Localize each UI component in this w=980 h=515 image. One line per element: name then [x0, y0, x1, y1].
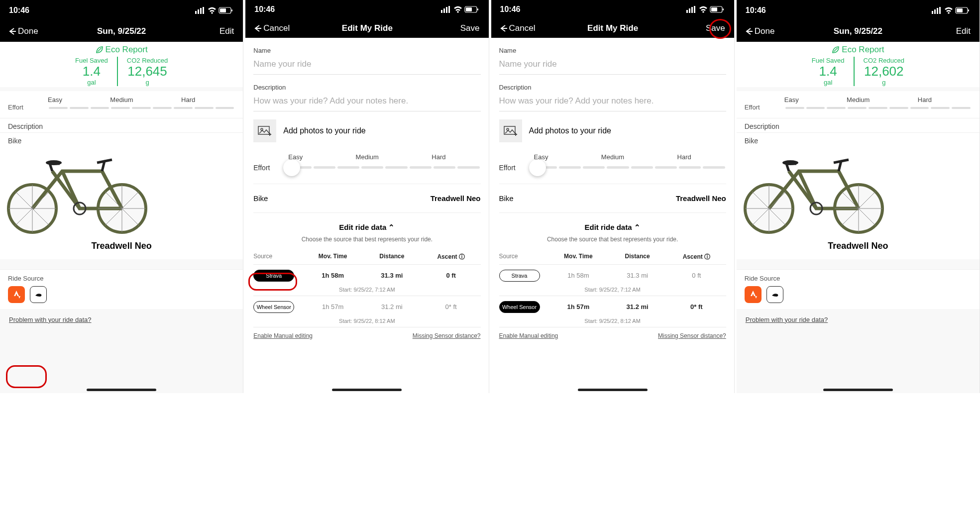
add-photos-button[interactable]: Add photos to your ride: [253, 119, 480, 142]
ride-source-table: Source Mov. Time Distance Ascent ⓘ Strav…: [253, 250, 480, 347]
status-bar: 10:46: [737, 0, 980, 21]
edit-button[interactable]: Edit: [199, 26, 234, 36]
add-photo-icon: [257, 124, 272, 137]
bike-label: Bike: [0, 132, 243, 147]
description-label: Description: [0, 118, 243, 132]
description-field-label: Description: [253, 84, 480, 91]
info-icon[interactable]: ⓘ: [704, 253, 710, 260]
status-icons: [195, 7, 234, 14]
effort-slider-thumb[interactable]: [529, 159, 546, 176]
cancel-button[interactable]: Cancel: [500, 23, 536, 33]
eco-report-card: Eco Report Fuel Saved 1.4 gal CO2 Reduce…: [0, 42, 243, 87]
status-bar: 10:46: [491, 0, 734, 19]
bike-image-card[interactable]: Treadwell Neo: [0, 147, 243, 259]
fuel-saved-unit: gal: [75, 79, 108, 86]
status-icons: [441, 6, 480, 13]
effort-section: Easy Medium Hard Effort: [737, 91, 980, 118]
status-time: 10:46: [9, 6, 29, 15]
bike-image-card[interactable]: Treadwell Neo: [737, 147, 980, 259]
page-title: Sun, 9/25/22: [834, 26, 882, 36]
bike-selector[interactable]: Bike Treadwell Neo: [253, 184, 480, 213]
home-indicator: [87, 389, 156, 391]
fuel-saved-value: 1.4: [75, 64, 108, 79]
save-button[interactable]: Save: [445, 23, 480, 33]
home-indicator: [823, 389, 893, 391]
screen-edit-wheel-selected: 10:46 Cancel Edit My Ride Save Name Name…: [491, 0, 735, 393]
wheel-sensor-pill[interactable]: Wheel Sensor: [499, 301, 540, 313]
description-field[interactable]: How was your ride? Add your notes here.: [499, 91, 726, 111]
strava-pill[interactable]: Strava: [253, 270, 294, 282]
info-icon[interactable]: ⓘ: [459, 253, 465, 260]
ride-source-strava-icon[interactable]: [8, 286, 25, 303]
choose-source-text: Choose the source that best represents y…: [253, 236, 480, 250]
effort-medium: Medium: [110, 96, 133, 103]
problem-link[interactable]: Problem with your ride data?: [0, 309, 243, 330]
add-photo-icon: [503, 124, 518, 137]
missing-sensor-link[interactable]: Missing Sensor distance?: [413, 332, 481, 339]
save-button[interactable]: Save: [690, 23, 725, 33]
ride-source-sensor-icon[interactable]: [30, 286, 47, 303]
eco-title-text: Eco Report: [106, 45, 148, 55]
leaf-icon: [96, 46, 104, 54]
done-label: Done: [18, 26, 38, 36]
page-title: Edit My Ride: [587, 23, 638, 33]
description-field[interactable]: How was your ride? Add your notes here.: [253, 91, 480, 111]
ride-source-section: Ride Source: [0, 269, 243, 309]
name-field[interactable]: Name your ride: [499, 54, 726, 75]
eco-report-card: Eco Report Fuel Saved 1.4 gal CO2 Reduce…: [737, 42, 980, 87]
source-row-strava[interactable]: Strava 1h 58m 31.3 mi 0 ft: [499, 264, 726, 287]
nav-bar: Done Sun, 9/25/22 Edit: [0, 21, 243, 42]
back-button[interactable]: Done: [9, 26, 44, 36]
cancel-button[interactable]: Cancel: [254, 23, 290, 33]
wheel-sensor-pill[interactable]: Wheel Sensor: [253, 301, 294, 313]
name-field[interactable]: Name your ride: [253, 54, 480, 75]
status-icons: [686, 6, 725, 13]
co2-reduced-unit: g: [127, 79, 168, 86]
effort-section: Easy Medium Hard Effort: [0, 91, 243, 118]
status-bar: 10:46: [245, 0, 488, 19]
edit-button[interactable]: Edit: [936, 26, 971, 36]
source-row-wheel[interactable]: Wheel Sensor 1h 57m 31.2 mi 0* ft: [499, 296, 726, 318]
screen-ride-summary-after: 10:46 Done Sun, 9/25/22 Edit Eco Report …: [737, 0, 980, 393]
bike-selector[interactable]: Bike Treadwell Neo: [499, 184, 726, 213]
status-icons: [932, 7, 971, 14]
problem-link[interactable]: Problem with your ride data?: [737, 309, 980, 330]
screen-edit-strava-selected: 10:46 Cancel Edit My Ride Save Name Name…: [245, 0, 489, 393]
effort-easy: Easy: [48, 96, 62, 103]
name-field-label: Name: [253, 47, 480, 54]
bike-name: Treadwell Neo: [5, 236, 238, 256]
ride-source-label: Ride Source: [8, 275, 235, 282]
bike-image: [5, 149, 149, 236]
status-bar: 10:46: [0, 0, 243, 21]
leaf-icon: [832, 46, 840, 54]
ride-source-sensor-icon[interactable]: [766, 286, 783, 303]
co2-reduced-value: 12,602: [864, 64, 904, 79]
missing-sensor-link[interactable]: Missing Sensor distance?: [658, 332, 726, 339]
source-row-wheel[interactable]: Wheel Sensor 1h 57m 31.2 mi 0* ft: [253, 296, 480, 318]
page-title: Sun, 9/25/22: [97, 26, 146, 36]
back-button[interactable]: Done: [746, 26, 780, 36]
annotation-highlight-ride-source: [6, 365, 47, 388]
chevron-up-icon: ⌃: [634, 223, 641, 231]
ride-source-strava-icon[interactable]: [745, 286, 762, 303]
page-title: Edit My Ride: [342, 23, 393, 33]
edit-ride-data-toggle[interactable]: Edit ride data ⌃: [499, 213, 726, 236]
enable-manual-link[interactable]: Enable Manual editing: [253, 332, 313, 339]
effort-slider-thumb[interactable]: [283, 159, 300, 176]
add-photos-button[interactable]: Add photos to your ride: [499, 119, 726, 142]
bike-image: [742, 149, 886, 236]
edit-ride-data-toggle[interactable]: Edit ride data ⌃: [253, 213, 480, 236]
fuel-saved-value: 1.4: [812, 64, 845, 79]
screen-ride-summary-before: 10:46 Done Sun, 9/25/22 Edit Eco Report …: [0, 0, 243, 393]
co2-reduced-label: CO2 Reduced: [127, 57, 168, 64]
effort-label: Effort: [8, 103, 48, 111]
effort-hard: Hard: [181, 96, 195, 103]
enable-manual-link[interactable]: Enable Manual editing: [499, 332, 558, 339]
strava-pill[interactable]: Strava: [499, 270, 540, 282]
home-indicator: [332, 389, 402, 391]
effort-slider[interactable]: Effort: [499, 164, 726, 172]
add-photos-label: Add photos to your ride: [283, 126, 365, 135]
effort-slider[interactable]: Effort: [253, 164, 480, 172]
home-indicator: [578, 389, 648, 391]
source-row-strava[interactable]: Strava 1h 58m 31.3 mi 0 ft: [253, 264, 480, 287]
